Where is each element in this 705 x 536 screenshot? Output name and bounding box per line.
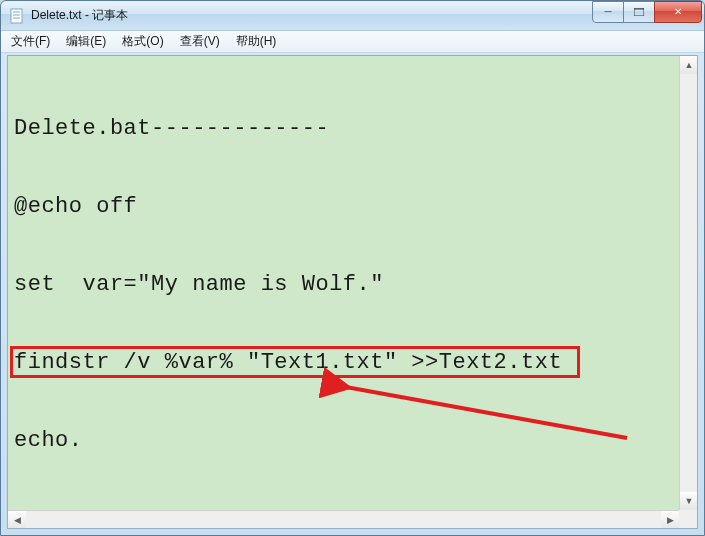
- menu-file[interactable]: 文件(F): [3, 31, 58, 52]
- menu-format[interactable]: 格式(O): [114, 31, 171, 52]
- scroll-left-button[interactable]: ◀: [8, 511, 26, 529]
- code-line-highlighted: findstr /v %var% "Text1.txt" >>Text2.txt: [14, 350, 687, 376]
- horizontal-scrollbar[interactable]: ◀ ▶: [8, 510, 679, 528]
- notepad-window: Delete.txt - 记事本 ─ ✕ 文件(F) 编辑(E) 格式(O) 查…: [0, 0, 705, 536]
- code-line: echo.: [14, 428, 687, 454]
- code-line: set var="My name is Wolf.": [14, 272, 687, 298]
- menu-help[interactable]: 帮助(H): [228, 31, 285, 52]
- menu-view[interactable]: 查看(V): [172, 31, 228, 52]
- code-line: Delete.bat-------------: [14, 116, 687, 142]
- editor-wrap: Delete.bat------------- @echo off set va…: [7, 55, 698, 529]
- scroll-right-button[interactable]: ▶: [661, 511, 679, 529]
- menubar: 文件(F) 编辑(E) 格式(O) 查看(V) 帮助(H): [1, 31, 704, 53]
- scroll-down-button[interactable]: ▼: [680, 492, 698, 510]
- maximize-button[interactable]: [623, 1, 655, 23]
- window-controls: ─ ✕: [593, 1, 704, 23]
- svg-rect-0: [11, 9, 22, 23]
- minimize-button[interactable]: ─: [592, 1, 624, 23]
- text-editor[interactable]: Delete.bat------------- @echo off set va…: [8, 56, 697, 528]
- code-line: @echo off: [14, 194, 687, 220]
- close-button[interactable]: ✕: [654, 1, 702, 23]
- scroll-up-button[interactable]: ▲: [680, 56, 698, 74]
- menu-edit[interactable]: 编辑(E): [58, 31, 114, 52]
- titlebar[interactable]: Delete.txt - 记事本 ─ ✕: [1, 1, 704, 31]
- maximize-icon: [634, 8, 644, 16]
- window-title: Delete.txt - 记事本: [31, 7, 593, 24]
- notepad-icon: [9, 8, 25, 24]
- scrollbar-corner: [679, 510, 697, 528]
- vertical-scrollbar[interactable]: ▲ ▼: [679, 56, 697, 510]
